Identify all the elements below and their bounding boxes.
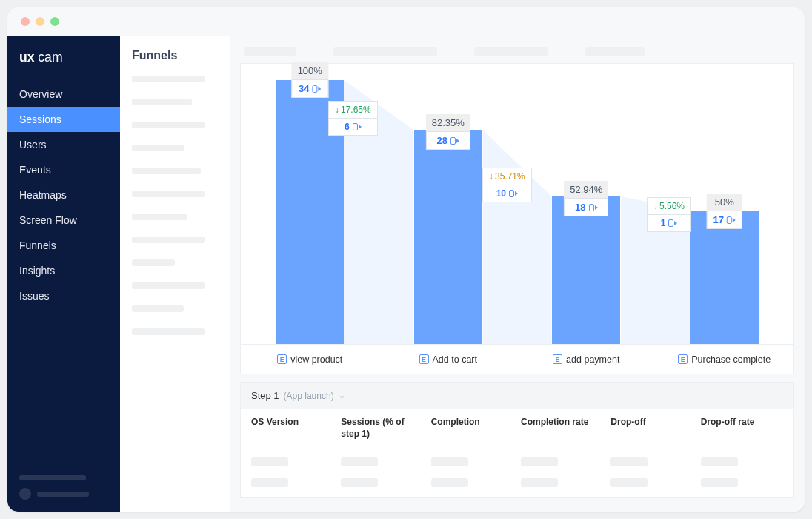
step-count[interactable]: 17 [707, 211, 742, 229]
step-pct: 82.35% [426, 114, 470, 131]
breakdown-table: Step 1 (App launch) ⌄ OS Version Session… [240, 382, 794, 498]
filter-skeleton [333, 47, 437, 56]
sidebar-footer-skeleton-2 [37, 492, 89, 497]
video-icon [353, 123, 362, 130]
event-icon: E [678, 354, 688, 364]
cell-skeleton [610, 457, 648, 466]
step-pct: 52.94% [564, 181, 608, 198]
dropoff-pct: ↓35.71% [483, 168, 531, 185]
nav-item-issues[interactable]: Issues [7, 283, 120, 308]
filter-skeleton [585, 47, 645, 56]
cell-skeleton [701, 457, 738, 466]
window-minimize-dot[interactable] [36, 17, 44, 26]
secondary-panel: Funnels [120, 36, 230, 512]
dropoff-badge-3[interactable]: ↓5.56% 1 [647, 197, 691, 232]
col-dropoff[interactable]: Drop-off [610, 417, 693, 440]
sidebar-footer [19, 475, 108, 500]
filter-skeleton [474, 47, 548, 56]
table-body [241, 447, 793, 497]
nav-item-users[interactable]: Users [7, 132, 120, 157]
nav-item-sessions[interactable]: Sessions [7, 107, 120, 132]
table-row [251, 478, 783, 487]
col-completion-rate[interactable]: Completion rate [521, 417, 603, 440]
cell-skeleton [341, 457, 378, 466]
table-row [251, 457, 783, 466]
secondary-panel-title: Funnels [132, 49, 218, 62]
cell-skeleton [431, 457, 468, 466]
video-icon [450, 137, 459, 145]
panel-skeleton [132, 328, 205, 335]
window-titlebar [7, 7, 805, 36]
video-icon [312, 85, 321, 93]
filter-skeleton [244, 47, 296, 56]
step-header-hint: (App launch) [284, 391, 334, 401]
event-icon: E [277, 354, 287, 364]
cell-skeleton [341, 478, 378, 487]
cell-skeleton [251, 478, 288, 487]
cell-skeleton [521, 457, 558, 466]
x-label-3: Eadd payment [517, 345, 656, 374]
col-os-version[interactable]: OS Version [251, 417, 333, 440]
panel-skeleton [132, 99, 192, 105]
nav-item-funnels[interactable]: Funnels [7, 233, 120, 258]
dropoff-count: 10 [483, 185, 531, 202]
col-sessions[interactable]: Sessions (% of step 1) [341, 417, 423, 440]
step-count[interactable]: 18 [564, 198, 608, 216]
main-sidebar: uxcam Overview Sessions Users Events Hea… [7, 36, 120, 512]
funnel-chart: 100% 34 ↓17.65% 6 82.35% 28 [240, 63, 794, 374]
panel-skeleton [132, 237, 205, 243]
cell-skeleton [701, 478, 738, 487]
x-label-2: EAdd to cart [379, 345, 518, 374]
nav-item-overview[interactable]: Overview [7, 82, 120, 107]
svg-text:cam: cam [38, 50, 62, 65]
nav-item-insights[interactable]: Insights [7, 258, 120, 283]
event-icon: E [553, 354, 562, 364]
step-pct: 100% [292, 62, 328, 79]
panel-skeleton [132, 122, 205, 128]
dropoff-badge-1[interactable]: ↓17.65% 6 [328, 101, 378, 136]
nav-item-screen-flow[interactable]: Screen Flow [7, 208, 120, 233]
panel-skeleton [132, 76, 205, 82]
cell-skeleton [521, 478, 558, 487]
dropoff-badge-2[interactable]: ↓35.71% 10 [482, 168, 532, 202]
dropoff-pct: ↓5.56% [648, 198, 690, 214]
step-count[interactable]: 28 [426, 131, 470, 150]
panel-skeleton [132, 282, 205, 289]
svg-text:ux: ux [19, 50, 35, 65]
brand-logo: uxcam [7, 36, 120, 76]
step-pct: 50% [707, 194, 742, 211]
nav-item-heatmaps[interactable]: Heatmaps [7, 182, 120, 208]
panel-skeleton [132, 191, 205, 197]
col-completion[interactable]: Completion [431, 417, 513, 440]
panel-skeleton [132, 168, 201, 174]
arrow-down-icon: ↓ [335, 105, 339, 115]
arrow-down-icon: ↓ [489, 171, 493, 182]
sidebar-footer-skeleton [19, 475, 86, 480]
col-dropoff-rate[interactable]: Drop-off rate [701, 417, 783, 440]
x-label-1: Eview product [241, 345, 379, 374]
table-header-row: OS Version Sessions (% of step 1) Comple… [241, 409, 793, 447]
avatar-placeholder [19, 488, 31, 500]
panel-skeleton [132, 145, 184, 151]
video-icon [727, 216, 736, 224]
window-maximize-dot[interactable] [50, 17, 59, 26]
main-content: 100% 34 ↓17.65% 6 82.35% 28 [230, 36, 805, 512]
step-header-label: Step 1 [251, 390, 279, 401]
dropoff-count: 6 [329, 118, 377, 135]
dropoff-pct: ↓17.65% [329, 102, 377, 118]
svg-marker-3 [483, 130, 552, 344]
window-close-dot[interactable] [21, 17, 30, 26]
arrow-down-icon: ↓ [653, 201, 658, 211]
video-icon [588, 204, 597, 211]
cell-skeleton [431, 478, 468, 487]
chevron-down-icon: ⌄ [339, 391, 345, 400]
step-header[interactable]: Step 1 (App launch) ⌄ [241, 383, 793, 409]
cell-skeleton [610, 478, 648, 487]
top-filters-skeleton [240, 47, 794, 56]
panel-skeleton [132, 214, 187, 220]
panel-skeleton [132, 260, 175, 266]
nav-item-events[interactable]: Events [7, 157, 120, 182]
funnel-x-axis: Eview product EAdd to cart Eadd payment … [241, 344, 793, 374]
dropoff-count: 1 [648, 214, 690, 231]
step-count[interactable]: 34 [292, 79, 328, 98]
